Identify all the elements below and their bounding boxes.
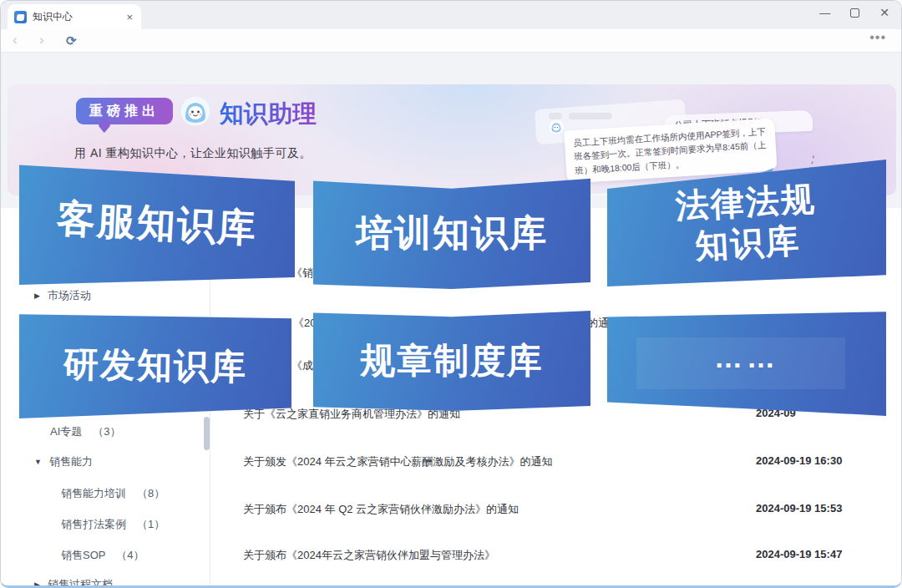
maximize-icon[interactable] [850, 8, 859, 18]
sidebar-item-market[interactable]: ▶市场活动 [34, 288, 91, 303]
doc-date: 2024-09-19 16:30 [756, 454, 842, 467]
page-body: 重磅推出 知识助理 用 AI 重构知识中心，让企业知识触手可及。 公司上下班打卡… [1, 53, 902, 588]
chevron-down-icon: ▼ [34, 458, 42, 466]
decor-pill [569, 113, 612, 119]
chat-robot-icon [549, 119, 564, 134]
doc-row[interactable]: 关于颁布《2024年云之家营销伙伴加盟与管理办法》 2024-09-19 15:… [243, 548, 861, 565]
tab-knowledge-center[interactable]: 知识中心 × [8, 4, 141, 29]
sidebar-item-ai-topics[interactable]: AI专题 （3） [50, 424, 121, 439]
doc-date: 2024-09-19 15:47 [756, 548, 842, 560]
sidebar-item-sales-ability[interactable]: ▼销售能力 [34, 454, 93, 469]
item-count: （4） [116, 549, 144, 561]
kb-card-training[interactable]: 培训知识库 [313, 176, 590, 289]
doc-title: 关于颁布《2024 年 Q2 云之家营销伙伴激励办法》的通知 [243, 503, 519, 515]
kb-card-rnd[interactable]: 研发知识库 [19, 313, 291, 418]
sidebar-item-sales-training[interactable]: 销售能力培训 （8） [61, 486, 165, 501]
assistant-avatar-icon [180, 95, 211, 127]
item-count: （3） [93, 425, 120, 438]
browser-toolbar: ‹ › ⟳ ••• [1, 29, 901, 53]
kb-card-regulations[interactable]: 规章制度库 [313, 311, 590, 411]
minimize-icon[interactable]: — [819, 7, 830, 19]
tab-bar: 知识中心 × — ✕ [1, 1, 901, 29]
favicon-icon [14, 11, 27, 23]
more-menu-icon[interactable]: ••• [869, 30, 886, 45]
reload-icon[interactable]: ⟳ [66, 33, 77, 48]
banner-subtitle: 用 AI 重构知识中心，让企业知识触手可及。 [74, 146, 312, 161]
chevron-right-icon: ▶ [34, 580, 40, 588]
item-count: （1） [137, 518, 165, 530]
back-icon[interactable]: ‹ [13, 32, 18, 48]
chevron-right-icon: ▶ [34, 291, 40, 300]
kb-card-customer-service[interactable]: 客服知识库 [19, 161, 295, 285]
doc-row[interactable]: 关于颁发《2024 年云之家营销中心薪酬激励及考核办法》的通知 2024-09-… [243, 454, 861, 471]
forward-icon[interactable]: › [39, 32, 44, 48]
window-controls: — ✕ [819, 6, 889, 19]
sidebar-item-sales-process-docs[interactable]: ▶销售过程文档 [34, 577, 113, 588]
decor-pill [549, 113, 562, 119]
doc-title: 关于颁布《2024年云之家营销伙伴加盟与管理办法》 [243, 549, 495, 561]
banner-title: 知识助理 [220, 98, 317, 131]
tab-title: 知识中心 [33, 10, 124, 24]
doc-row[interactable]: 关于颁布《2024 年 Q2 云之家营销伙伴激励办法》的通知 2024-09-1… [243, 502, 861, 519]
item-count: （8） [137, 487, 165, 499]
doc-title: 关于颁发《2024 年云之家营销中心薪酬激励及考核办法》的通知 [243, 455, 553, 468]
occluded-row-fragment: 《成 [291, 358, 313, 373]
promo-badge: 重磅推出 [76, 98, 173, 124]
browser-window: 知识中心 × — ✕ ‹ › ⟳ ••• 重磅推出 [0, 0, 902, 588]
promo-badge-label: 重磅推出 [89, 103, 160, 120]
sidebar-scrollbar[interactable] [204, 417, 210, 450]
window-close-icon[interactable]: ✕ [879, 6, 889, 19]
sidebar-item-sales-cases[interactable]: 销售打法案例 （1） [61, 517, 165, 532]
doc-date: 2024-09-19 15:53 [756, 502, 842, 514]
sidebar-item-sales-sop[interactable]: 销售SOP （4） [61, 548, 144, 563]
kb-card-more[interactable]: …… [607, 311, 886, 416]
tab-close-icon[interactable]: × [124, 11, 134, 23]
